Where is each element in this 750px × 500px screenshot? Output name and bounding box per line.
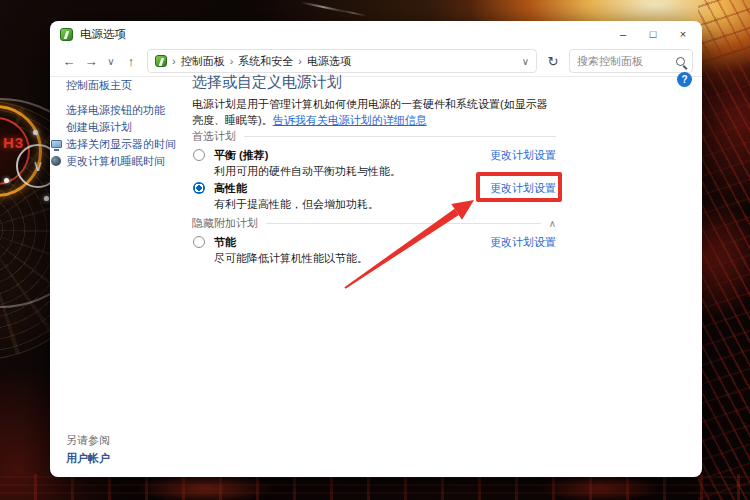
power-options-window: 电源选项 – □ × ← → ∨ ↑ › 控制面板 › 系统和安全 › 电源选项… <box>50 21 702 477</box>
sidebar-item-user-accounts[interactable]: 用户帐户 <box>66 452 110 465</box>
help-button[interactable]: ? <box>677 72 692 87</box>
see-also-heading: 另请参阅 <box>66 434 110 447</box>
section-preferred-plans: 首选计划 <box>192 130 556 143</box>
search-input[interactable] <box>577 55 676 67</box>
search-icon <box>676 57 685 66</box>
refresh-button[interactable]: ↻ <box>543 50 563 72</box>
window-title: 电源选项 <box>80 27 126 42</box>
gauge-h3-label: H3 <box>3 134 24 151</box>
plan-description: 利用可用的硬件自动平衡功耗与性能。 <box>214 164 556 178</box>
gauge-dot <box>44 196 49 201</box>
breadcrumb-separator: › <box>172 55 176 67</box>
search-box[interactable] <box>569 49 693 73</box>
monitor-icon <box>51 140 62 148</box>
forward-button[interactable]: → <box>81 50 101 72</box>
recent-pages-dropdown-icon[interactable]: ∨ <box>103 50 119 72</box>
sidebar: 控制面板主页 选择电源按钮的功能 创建电源计划 选择关闭显示器的时间 更改计算机… <box>66 79 190 172</box>
section-title: 首选计划 <box>192 130 236 143</box>
maximize-button[interactable]: □ <box>638 21 668 47</box>
gauge-check-glyph: ∨ <box>33 157 44 175</box>
sidebar-item-power-buttons[interactable]: 选择电源按钮的功能 <box>66 104 190 119</box>
breadcrumb-system-security[interactable]: 系统和安全 <box>238 54 293 69</box>
address-bar[interactable]: › 控制面板 › 系统和安全 › 电源选项 ∨ <box>147 49 537 73</box>
plan-row-balanced: 平衡 (推荐) 利用可用的硬件自动平衡功耗与性能。 更改计划设置 <box>192 148 556 178</box>
collapse-chevron-icon[interactable]: ∧ <box>549 217 556 230</box>
radio-power-saver[interactable] <box>193 236 205 248</box>
change-plan-settings-link-balanced[interactable]: 更改计划设置 <box>490 148 556 162</box>
radio-balanced[interactable] <box>193 149 205 161</box>
plan-description: 尽可能降低计算机性能以节能。 <box>214 251 556 265</box>
breadcrumb-separator: › <box>298 55 302 67</box>
gauge-dot <box>33 130 38 135</box>
learn-more-link[interactable]: 告诉我有关电源计划的详细信息 <box>273 114 427 126</box>
plan-row-high-performance: 高性能 有利于提高性能，但会增加功耗。 更改计划设置 <box>192 181 556 211</box>
sidebar-item-display-off-time[interactable]: 选择关闭显示器的时间 <box>66 138 190 153</box>
circuit-texture <box>698 0 750 500</box>
sleep-moon-icon <box>51 156 61 166</box>
section-divider-line <box>244 136 556 137</box>
window-controls: – □ × <box>608 21 698 47</box>
see-also-section: 另请参阅 用户帐户 <box>66 434 110 465</box>
sidebar-item-sleep-time[interactable]: 更改计算机睡眠时间 <box>66 155 190 170</box>
up-button[interactable]: ↑ <box>121 50 141 72</box>
power-options-icon <box>60 28 73 41</box>
sidebar-item-label: 创建电源计划 <box>66 121 132 133</box>
bottom-circuit-texture <box>0 474 750 500</box>
sidebar-item-control-panel-home[interactable]: 控制面板主页 <box>66 79 190 92</box>
breadcrumb-power-icon <box>155 55 167 67</box>
sidebar-item-create-plan[interactable]: 创建电源计划 <box>66 121 190 136</box>
minimize-button[interactable]: – <box>608 21 638 47</box>
sidebar-item-label: 选择电源按钮的功能 <box>66 104 165 116</box>
plan-row-power-saver: 节能 尽可能降低计算机性能以节能。 更改计划设置 <box>192 235 556 265</box>
sidebar-item-label: 更改计算机睡眠时间 <box>66 155 165 167</box>
breadcrumb-control-panel[interactable]: 控制面板 <box>181 54 225 69</box>
section-hidden-plans: 隐藏附加计划 ∧ <box>192 217 556 230</box>
intro-text: 电源计划是用于管理计算机如何使用电源的一套硬件和系统设置(如显示器亮度、睡眠等)… <box>192 96 556 128</box>
gauge-dot <box>4 178 9 183</box>
sidebar-item-label: 选择关闭显示器的时间 <box>66 138 176 150</box>
titlebar: 电源选项 – □ × <box>50 21 702 47</box>
close-button[interactable]: × <box>668 21 698 47</box>
change-plan-settings-link-high-performance[interactable]: 更改计划设置 <box>490 181 556 195</box>
radio-high-performance[interactable] <box>193 182 205 194</box>
page-title: 选择或自定义电源计划 <box>192 74 556 90</box>
breadcrumb-separator: › <box>230 55 234 67</box>
change-plan-settings-link-power-saver[interactable]: 更改计划设置 <box>490 235 556 249</box>
breadcrumb-power-options[interactable]: 电源选项 <box>307 54 351 69</box>
plan-description: 有利于提高性能，但会增加功耗。 <box>214 197 556 211</box>
section-title: 隐藏附加计划 <box>192 217 258 230</box>
address-dropdown-icon[interactable]: ∨ <box>522 56 529 67</box>
main-content: 选择或自定义电源计划 电源计划是用于管理计算机如何使用电源的一套硬件和系统设置(… <box>192 74 556 268</box>
section-divider-line <box>266 223 541 224</box>
back-button[interactable]: ← <box>59 50 79 72</box>
navigation-toolbar: ← → ∨ ↑ › 控制面板 › 系统和安全 › 电源选项 ∨ ↻ <box>50 47 702 75</box>
